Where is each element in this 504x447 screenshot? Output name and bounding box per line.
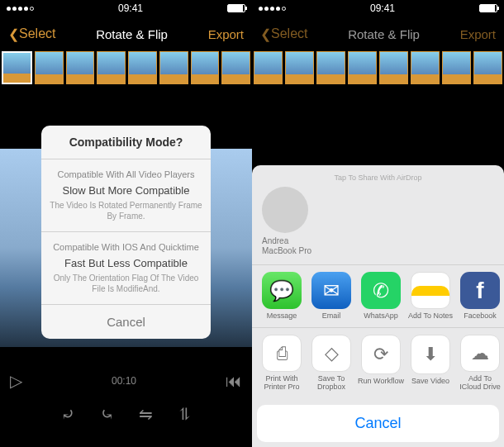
workflow-icon: ⟳: [361, 335, 401, 374]
back-label: Select: [271, 26, 307, 41]
download-icon: ⬇: [411, 335, 450, 374]
share-sheet: Tap To Share With AirDrop Andrea MacBook…: [252, 165, 504, 447]
printer-icon: ⎙: [262, 335, 302, 372]
share-email[interactable]: ✉ Email: [308, 272, 354, 321]
status-bar: 09:41: [252, 0, 504, 17]
timeline-frame[interactable]: [221, 51, 250, 84]
airdrop-device: MacBook Pro: [262, 246, 311, 256]
status-time: 09:41: [118, 2, 143, 14]
play-icon[interactable]: ▷: [10, 371, 22, 391]
option-desc: Only The Orientation Flag Of The Video F…: [48, 273, 204, 294]
timeline-frame[interactable]: [191, 51, 220, 84]
back-label: Select: [19, 26, 55, 41]
option-label: Fast But Less Compatible: [48, 257, 204, 269]
timeline-frame[interactable]: [442, 51, 471, 84]
share-cancel-button[interactable]: Cancel: [257, 405, 499, 442]
back-button[interactable]: ❮ Select: [8, 26, 55, 42]
option-label: Slow But More Compatible: [48, 184, 204, 197]
flip-vertical-icon[interactable]: ⥮: [178, 404, 192, 424]
whatsapp-icon: ✆: [361, 272, 401, 309]
timeline-frame[interactable]: [379, 51, 408, 84]
skip-back-icon[interactable]: ⏮: [226, 372, 242, 391]
action-save-video[interactable]: ⬇ Save Video: [407, 335, 454, 392]
option-fast[interactable]: Compatible With IOS And Quicktime Fast B…: [41, 232, 211, 305]
battery-icon: [479, 4, 497, 12]
compatibility-modal: Compatibility Mode? Compatible With All …: [41, 126, 211, 339]
right-screen: 09:41 ❮ Select Rotate & Flip Export Tap …: [252, 0, 504, 447]
battery-icon: [227, 4, 245, 12]
share-apps-row: 💬 Message ✉ Email ✆ WhatsApp Add To Note…: [252, 264, 504, 327]
signal-icon: [7, 7, 34, 11]
export-button[interactable]: Export: [460, 27, 496, 41]
page-title: Rotate & Flip: [96, 27, 168, 41]
status-time: 09:41: [370, 2, 395, 14]
airdrop-section: Tap To Share With AirDrop Andrea MacBook…: [252, 165, 504, 264]
mail-icon: ✉: [311, 272, 351, 309]
notes-icon: [411, 272, 450, 309]
action-icloud[interactable]: ☁ Add To ICloud Drive: [457, 335, 503, 392]
nav-bar: ❮ Select Rotate & Flip Export: [252, 17, 504, 51]
modal-cancel-button[interactable]: Cancel: [41, 305, 211, 339]
action-workflow[interactable]: ⟳ Run Workflow: [358, 335, 404, 392]
timeline[interactable]: [252, 51, 504, 84]
cloud-icon: ☁: [460, 335, 500, 372]
timeline-frame[interactable]: [159, 51, 188, 84]
timeline-frame[interactable]: [285, 51, 314, 84]
timeline-frame[interactable]: [254, 51, 283, 84]
share-actions-row: ⎙ Print With Printer Pro ◇ Save To Dropb…: [252, 327, 504, 398]
timeline-frame[interactable]: [348, 51, 377, 84]
share-whatsapp[interactable]: ✆ WhatsApp: [358, 272, 404, 321]
chevron-left-icon: ❮: [8, 26, 19, 42]
airdrop-hint: Tap To Share With AirDrop: [262, 174, 494, 182]
airdrop-name: Andrea: [262, 236, 288, 246]
timeline-frame[interactable]: [128, 51, 157, 84]
rotate-right-icon[interactable]: ⤿: [100, 404, 114, 424]
option-sub: Compatible With All Video Players: [48, 169, 204, 179]
flip-horizontal-icon[interactable]: ⇋: [139, 404, 153, 424]
action-dropbox[interactable]: ◇ Save To Dropbox: [308, 335, 354, 392]
facebook-icon: f: [460, 272, 500, 309]
back-button[interactable]: ❮ Select: [260, 26, 307, 42]
rotate-left-icon[interactable]: ⤾: [61, 404, 75, 424]
dropbox-icon: ◇: [311, 335, 351, 372]
option-desc: The Video Is Rotated Permanently Frame B…: [48, 200, 204, 221]
chevron-left-icon: ❮: [260, 26, 271, 42]
timeline-frame[interactable]: [35, 51, 64, 84]
status-bar: 09:41: [0, 0, 252, 17]
timeline-frame[interactable]: [97, 51, 126, 84]
timeline[interactable]: [0, 51, 252, 84]
timeline-frame[interactable]: [2, 51, 32, 84]
modal-title: Compatibility Mode?: [48, 136, 204, 149]
share-facebook[interactable]: f Facebook: [457, 272, 503, 321]
airdrop-contact[interactable]: [262, 187, 308, 233]
playback-controls: ▷ 00:10 ⏮ ⤾ ⤿ ⇋ ⥮: [0, 356, 252, 447]
nav-bar: ❮ Select Rotate & Flip Export: [0, 17, 252, 51]
timeline-frame[interactable]: [66, 51, 95, 84]
option-sub: Compatible With IOS And Quicktime: [48, 242, 204, 252]
playback-time: 00:10: [112, 375, 136, 387]
message-icon: 💬: [262, 272, 302, 309]
timeline-frame[interactable]: [473, 51, 502, 84]
action-print[interactable]: ⎙ Print With Printer Pro: [259, 335, 305, 392]
left-screen: 09:41 ❮ Select Rotate & Flip Export Comp…: [0, 0, 252, 447]
option-slow[interactable]: Compatible With All Video Players Slow B…: [41, 159, 211, 232]
timeline-frame[interactable]: [411, 51, 440, 84]
signal-icon: [259, 7, 286, 11]
timeline-frame[interactable]: [316, 51, 345, 84]
export-button[interactable]: Export: [208, 27, 244, 41]
page-title: Rotate & Flip: [348, 27, 420, 41]
share-message[interactable]: 💬 Message: [259, 272, 305, 321]
share-notes[interactable]: Add To Notes: [407, 272, 454, 321]
